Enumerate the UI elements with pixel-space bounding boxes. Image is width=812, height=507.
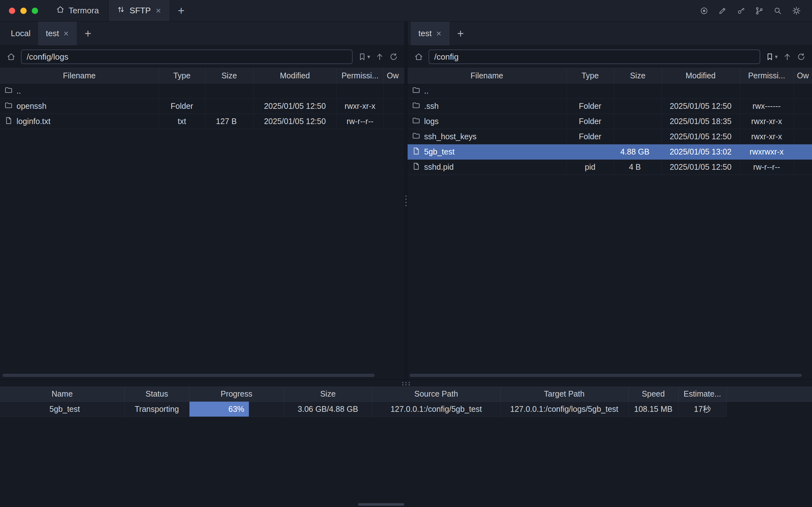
file-owner bbox=[794, 129, 812, 145]
file-permissions: rwxr-xr-x bbox=[336, 99, 383, 114]
column-speed[interactable]: Speed bbox=[628, 386, 679, 402]
tab-termora[interactable]: Termora bbox=[46, 0, 108, 21]
close-icon[interactable]: × bbox=[155, 6, 162, 15]
tab-local[interactable]: Local bbox=[3, 21, 38, 45]
arrow-up-icon[interactable] bbox=[783, 52, 792, 61]
column-filename[interactable]: Filename bbox=[0, 68, 159, 83]
column-modified[interactable]: Modified bbox=[253, 68, 336, 83]
gear-icon[interactable] bbox=[792, 6, 801, 15]
close-window-button[interactable] bbox=[9, 8, 15, 14]
file-type: txt bbox=[159, 114, 205, 129]
transfer-table-header: Name Status Progress Size Source Path Ta… bbox=[0, 386, 812, 402]
file-permissions: rwx------ bbox=[740, 99, 794, 114]
edit-icon[interactable] bbox=[718, 6, 727, 15]
bookmark-icon[interactable]: ▾ bbox=[358, 52, 370, 61]
right-horizontal-scrollbar[interactable] bbox=[410, 374, 802, 377]
transfer-progress: 63% bbox=[189, 402, 284, 417]
bookmark-icon[interactable]: ▾ bbox=[765, 52, 778, 61]
column-target-path[interactable]: Target Path bbox=[500, 386, 628, 402]
column-size[interactable]: Size bbox=[205, 68, 253, 83]
table-row[interactable]: sshd.pid pid 4 B 2025/01/05 12:50 rw-r--… bbox=[408, 160, 812, 175]
column-filename[interactable]: Filename bbox=[408, 68, 566, 83]
progress-label: 63% bbox=[228, 404, 245, 414]
home-icon[interactable] bbox=[414, 52, 424, 62]
table-row[interactable]: ssh_host_keys Folder 2025/01/05 12:50 rw… bbox=[408, 129, 812, 145]
titlebar: Termora SFTP × + bbox=[0, 0, 812, 21]
right-path-input[interactable] bbox=[429, 50, 760, 64]
column-owner[interactable]: Ow bbox=[794, 68, 812, 83]
minimize-window-button[interactable] bbox=[20, 8, 27, 14]
column-size[interactable]: Size bbox=[284, 386, 372, 402]
column-modified[interactable]: Modified bbox=[661, 68, 740, 83]
tab-sftp[interactable]: SFTP × bbox=[108, 0, 170, 21]
right-new-tab-button[interactable]: + bbox=[449, 27, 471, 40]
search-icon[interactable] bbox=[773, 6, 782, 15]
close-icon[interactable]: × bbox=[63, 29, 69, 38]
left-horizontal-scrollbar[interactable] bbox=[3, 374, 375, 377]
table-row-selected[interactable]: 5gb_test 4.88 GB 2025/01/05 13:02 rwxrwx… bbox=[408, 145, 812, 160]
transfer-divider-handle[interactable] bbox=[0, 380, 812, 386]
transfer-horizontal-scrollbar[interactable] bbox=[358, 503, 404, 506]
table-row[interactable]: .. bbox=[408, 83, 812, 99]
column-progress[interactable]: Progress bbox=[189, 386, 284, 402]
close-icon[interactable]: × bbox=[436, 29, 442, 38]
maximize-window-button[interactable] bbox=[32, 8, 38, 14]
table-row[interactable]: .ssh Folder 2025/01/05 12:50 rwx------ bbox=[408, 99, 812, 114]
column-status[interactable]: Status bbox=[124, 386, 189, 402]
tab-test-left[interactable]: test × bbox=[38, 21, 77, 45]
column-owner[interactable]: Ow bbox=[383, 68, 404, 83]
split-divider-handle[interactable] bbox=[404, 21, 408, 380]
arrow-up-icon[interactable] bbox=[375, 52, 384, 61]
home-icon[interactable] bbox=[6, 52, 16, 62]
file-type: Folder bbox=[566, 129, 614, 145]
file-size bbox=[614, 83, 661, 99]
record-icon[interactable] bbox=[700, 6, 708, 15]
column-spacer bbox=[726, 386, 812, 402]
titlebar-spacer bbox=[192, 0, 700, 21]
file-icon bbox=[4, 116, 13, 127]
file-name: .. bbox=[16, 86, 21, 96]
right-table-header: Filename Type Size Modified Permissi... … bbox=[408, 68, 812, 83]
column-estimate[interactable]: Estimate... bbox=[679, 386, 726, 402]
column-permissions[interactable]: Permissi... bbox=[740, 68, 794, 83]
file-owner bbox=[383, 83, 404, 99]
file-owner bbox=[794, 83, 812, 99]
key-icon[interactable] bbox=[737, 6, 745, 15]
column-source-path[interactable]: Source Path bbox=[372, 386, 500, 402]
column-permissions[interactable]: Permissi... bbox=[336, 68, 383, 83]
tab-local-label: Local bbox=[11, 29, 31, 38]
transfer-row[interactable]: 5gb_test Transporting 63% 3.06 GB/4.88 G… bbox=[0, 402, 812, 417]
file-name: logs bbox=[424, 117, 439, 126]
chevron-down-icon[interactable]: ▾ bbox=[775, 53, 778, 60]
file-type bbox=[566, 145, 614, 160]
left-pathbar: ▾ bbox=[0, 46, 404, 68]
refresh-icon[interactable] bbox=[389, 52, 398, 61]
tab-termora-label: Termora bbox=[68, 6, 99, 15]
column-name[interactable]: Name bbox=[0, 386, 124, 402]
file-permissions: rwxr-xr-x bbox=[740, 114, 794, 129]
folder-icon bbox=[4, 101, 13, 111]
column-type[interactable]: Type bbox=[159, 68, 205, 83]
file-type bbox=[159, 83, 205, 99]
table-row[interactable]: .. bbox=[0, 83, 404, 99]
table-row[interactable]: loginfo.txt txt 127 B 2025/01/05 12:50 r… bbox=[0, 114, 404, 129]
file-modified bbox=[661, 83, 740, 99]
tab-test-right[interactable]: test × bbox=[411, 21, 449, 45]
file-type bbox=[566, 83, 614, 99]
column-type[interactable]: Type bbox=[566, 68, 614, 83]
transfer-speed: 108.15 MB bbox=[628, 402, 679, 417]
refresh-icon[interactable] bbox=[797, 52, 806, 61]
branch-icon[interactable] bbox=[755, 6, 764, 15]
folder-icon bbox=[412, 101, 420, 111]
file-owner bbox=[383, 114, 404, 129]
file-name: 5gb_test bbox=[424, 147, 454, 156]
new-tab-button[interactable]: + bbox=[170, 0, 192, 21]
table-row[interactable]: logs Folder 2025/01/05 18:35 rwxr-xr-x bbox=[408, 114, 812, 129]
chevron-down-icon[interactable]: ▾ bbox=[367, 53, 370, 60]
left-new-tab-button[interactable]: + bbox=[77, 27, 99, 40]
table-row[interactable]: openssh Folder 2025/01/05 12:50 rwxr-xr-… bbox=[0, 99, 404, 114]
column-size[interactable]: Size bbox=[614, 68, 661, 83]
file-modified: 2025/01/05 12:50 bbox=[661, 99, 740, 114]
left-path-input[interactable] bbox=[21, 50, 353, 64]
app-window: Termora SFTP × + bbox=[0, 0, 812, 507]
